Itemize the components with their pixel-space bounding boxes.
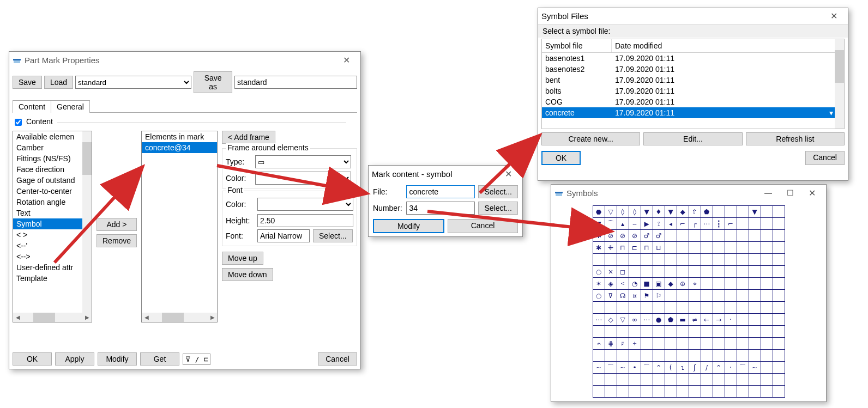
symbol-cell[interactable]: ⌢ [629, 218, 641, 230]
symbol-cell[interactable]: ʃ [689, 362, 701, 374]
symbol-cell[interactable] [641, 266, 653, 278]
symbol-cell[interactable] [761, 206, 773, 218]
symbol-cell[interactable] [653, 326, 665, 338]
symbol-cell[interactable] [701, 386, 713, 398]
symbol-cell[interactable]: ∞ [629, 314, 641, 326]
cancel-button[interactable]: Cancel [805, 151, 845, 165]
symbol-cell[interactable]: ⊓ [617, 242, 629, 254]
symbol-cell[interactable]: ⌃ [653, 362, 665, 374]
symbol-cell[interactable] [761, 254, 773, 266]
symbol-cell[interactable] [689, 386, 701, 398]
symbol-cell[interactable] [761, 362, 773, 374]
symbol-cell[interactable] [749, 290, 761, 302]
symbol-cell[interactable]: ✱ [593, 230, 605, 242]
symbol-cell[interactable] [725, 374, 737, 386]
symbol-cell[interactable] [605, 326, 617, 338]
symbol-cell[interactable] [725, 206, 737, 218]
symbol-cell[interactable] [665, 290, 677, 302]
get-button[interactable]: Get [140, 352, 179, 366]
symbol-cell[interactable] [737, 290, 749, 302]
symbol-cell[interactable] [725, 242, 737, 254]
symbol-cell[interactable] [761, 374, 773, 386]
available-item[interactable]: Center-to-center [13, 186, 92, 197]
symbol-cell[interactable] [725, 266, 737, 278]
symbol-cell[interactable]: ♂ [653, 230, 665, 242]
symbol-cell[interactable] [713, 278, 725, 290]
symbol-cell[interactable]: ⊘ [629, 230, 641, 242]
symbol-cell[interactable] [641, 386, 653, 398]
scrollbar-vertical[interactable] [835, 39, 844, 129]
symbol-cell[interactable] [725, 350, 737, 362]
symbol-cell[interactable] [737, 386, 749, 398]
symbol-cell[interactable] [689, 242, 701, 254]
symbol-cell[interactable] [725, 302, 737, 314]
symbol-cell[interactable] [773, 302, 785, 314]
symbol-cell[interactable] [773, 290, 785, 302]
height-input[interactable] [257, 214, 353, 227]
symbol-cell[interactable] [737, 326, 749, 338]
symbol-cell[interactable]: × [605, 266, 617, 278]
symbol-cell[interactable]: ≠ [689, 314, 701, 326]
symbol-cell[interactable] [629, 326, 641, 338]
symbol-cell[interactable] [725, 254, 737, 266]
symbol-cell[interactable] [713, 374, 725, 386]
symbol-cell[interactable] [749, 242, 761, 254]
elements-item[interactable]: concrete@34 [142, 142, 217, 153]
symbol-cell[interactable]: ⋯ [701, 218, 713, 230]
symbol-cell[interactable] [689, 290, 701, 302]
symbol-cell[interactable]: ⌒ [737, 362, 749, 374]
symbol-cell[interactable] [701, 302, 713, 314]
symbol-cell[interactable] [653, 350, 665, 362]
ok-button[interactable]: OK [541, 151, 581, 165]
symbol-cell[interactable] [641, 302, 653, 314]
scrollbar-vertical[interactable] [82, 131, 92, 313]
symbol-cell[interactable] [617, 374, 629, 386]
symbol-cell[interactable]: ◆ [677, 206, 689, 218]
add-frame-button[interactable]: < Add frame [222, 131, 275, 144]
symbol-cell[interactable] [677, 326, 689, 338]
symbol-cell[interactable] [701, 242, 713, 254]
available-item[interactable]: Camber [13, 142, 92, 153]
symbol-cell[interactable]: ⌐ [725, 218, 737, 230]
symbol-cell[interactable] [665, 350, 677, 362]
symbol-cell[interactable] [713, 230, 725, 242]
symbol-cell[interactable]: ◔ [629, 278, 641, 290]
symbol-cell[interactable] [749, 338, 761, 350]
symbol-cell[interactable]: ⌒ [605, 218, 617, 230]
symbol-cell[interactable]: ⊔ [653, 242, 665, 254]
symbol-cell[interactable]: ✱ [593, 242, 605, 254]
symbol-cell[interactable] [629, 302, 641, 314]
symbol-cell[interactable] [665, 374, 677, 386]
symbol-cell[interactable]: ▬ [677, 314, 689, 326]
remove-button[interactable]: Remove [97, 234, 137, 247]
available-item[interactable]: Template [13, 273, 92, 284]
symbol-cell[interactable] [725, 338, 737, 350]
symbol-cell[interactable] [617, 326, 629, 338]
symbol-cell[interactable] [773, 230, 785, 242]
symbol-cell[interactable] [737, 374, 749, 386]
symbol-cell[interactable]: ⊽ [605, 290, 617, 302]
symbol-cell[interactable] [629, 374, 641, 386]
symbol-cell[interactable]: ▼ [641, 206, 653, 218]
refresh-button[interactable]: Refresh list [746, 132, 845, 145]
symbol-cell[interactable] [713, 206, 725, 218]
symbol-cell[interactable] [665, 338, 677, 350]
symbol-cell[interactable] [701, 326, 713, 338]
cancel-button[interactable]: Cancel [448, 219, 518, 233]
symbol-cell[interactable] [689, 302, 701, 314]
symbol-cell[interactable] [773, 206, 785, 218]
symbol-cell[interactable] [701, 374, 713, 386]
close-icon[interactable]: ✕ [497, 169, 519, 179]
symbol-cell[interactable] [773, 350, 785, 362]
symbol-cell[interactable]: ⚐ [653, 290, 665, 302]
symbol-cell[interactable] [593, 254, 605, 266]
symbol-cell[interactable] [641, 374, 653, 386]
symbol-cell[interactable]: ⌐ [677, 218, 689, 230]
symbol-cell[interactable]: ☊ [617, 290, 629, 302]
symbol-cell[interactable] [701, 338, 713, 350]
symbol-cell[interactable] [605, 350, 617, 362]
symbol-cell[interactable]: · [725, 314, 737, 326]
symbol-cell[interactable] [677, 290, 689, 302]
symbol-cell[interactable]: ● [653, 314, 665, 326]
cancel-button[interactable]: Cancel [318, 352, 357, 366]
